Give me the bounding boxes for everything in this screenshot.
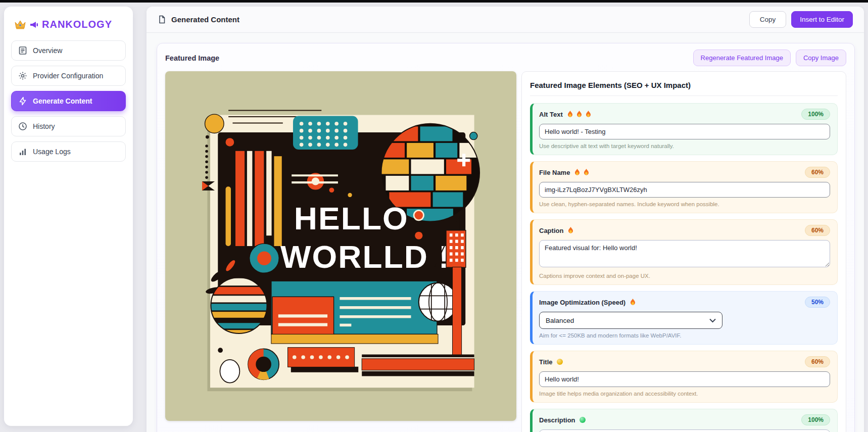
sidebar-item-overview[interactable]: Overview: [11, 40, 126, 61]
sidebar: RANKOLOGY Overview Provider Configuratio…: [4, 7, 133, 426]
flame-icon: [576, 111, 583, 118]
featured-image-body: HELLO WORLLD !: [165, 71, 846, 432]
sidebar-item-label: Generate Content: [33, 97, 92, 105]
page-title: Generated Content: [171, 15, 239, 24]
app-root: RANKOLOGY Overview Provider Configuratio…: [0, 3, 868, 432]
insert-to-editor-button[interactable]: Insert to Editor: [791, 11, 853, 28]
copy-image-button[interactable]: Copy Image: [796, 50, 846, 66]
image-optimization-label: Image Optimization (Speed): [539, 299, 625, 306]
brand-name: RANKOLOGY: [42, 19, 112, 30]
zap-icon: [18, 97, 27, 106]
sidebar-item-history[interactable]: History: [11, 116, 126, 136]
generated-featured-image: HELLO WORLLD !: [165, 71, 516, 421]
alt-text-input[interactable]: [539, 124, 830, 139]
image-optimization-selected-value: Balanced: [546, 317, 574, 324]
image-optimization-select[interactable]: Balanced: [539, 312, 722, 329]
alt-text-score-badge: 100%: [801, 109, 830, 120]
featured-image-header: Featured Image Regenerate Featured Image…: [165, 50, 846, 66]
file-name-hint: Use clean, hyphen-separated names. Inclu…: [539, 201, 830, 207]
crown-icon: [14, 20, 26, 30]
caption-score-badge: 60%: [805, 225, 830, 236]
featured-image-elements-panel: Featured Image Elements (SEO + UX Impact…: [521, 71, 846, 432]
green-ball-icon: [580, 417, 586, 423]
flame-icon: [630, 299, 636, 306]
sidebar-item-label: History: [33, 122, 55, 130]
featured-image-section: Featured Image Regenerate Featured Image…: [157, 43, 855, 432]
megaphone-icon: [30, 21, 38, 28]
description-score-badge: 100%: [801, 414, 830, 425]
main-header: Generated Content Copy Insert to Editor: [147, 7, 864, 33]
title-field-card: Title 60% Image title helps media organi…: [530, 351, 838, 403]
flame-icon: [567, 227, 574, 234]
bar-chart-icon: [18, 147, 27, 156]
abstract-artwork: HELLO WORLLD !: [165, 71, 516, 421]
file-name-score-badge: 60%: [805, 167, 830, 178]
file-name-input[interactable]: [539, 182, 830, 198]
file-icon: [158, 15, 166, 24]
caption-field-card: Caption 60% Featured visual for: Hello w…: [530, 219, 838, 285]
title-score-badge: 60%: [805, 356, 830, 367]
main-content: Generated Content Copy Insert to Editor …: [147, 7, 864, 432]
chevron-down-icon: [709, 318, 716, 323]
description-label: Description: [539, 416, 575, 424]
artwork-headline-line1: HELLO: [294, 200, 409, 236]
alt-text-label: Alt Text: [539, 111, 563, 118]
caption-textarea[interactable]: Featured visual for: Hello world!: [539, 240, 830, 267]
image-optimization-score-badge: 50%: [805, 297, 830, 308]
brand-logo: RANKOLOGY: [11, 16, 126, 40]
caption-hint: Captions improve context and on-page UX.: [539, 273, 830, 279]
panel-title: Featured Image Elements (SEO + UX Impact…: [530, 79, 838, 96]
gear-icon: [18, 71, 27, 80]
title-input[interactable]: [539, 371, 830, 387]
regenerate-featured-image-button[interactable]: Regenerate Featured Image: [693, 50, 791, 66]
title-label: Title: [539, 358, 553, 366]
image-optimization-hint: Aim for <= 250KB and modern formats like…: [539, 332, 830, 339]
image-optimization-field-card: Image Optimization (Speed) 50% Balanced …: [530, 291, 838, 345]
flame-icon: [567, 111, 573, 118]
sidebar-item-label: Overview: [33, 46, 62, 55]
document-lines-icon: [18, 46, 27, 55]
copy-button[interactable]: Copy: [749, 11, 787, 28]
file-name-label: File Name: [539, 169, 570, 176]
clock-icon: [18, 122, 27, 131]
file-name-field-card: File Name 60% Use clean, hyphen-separate…: [530, 161, 838, 213]
sidebar-item-label: Usage Logs: [33, 148, 71, 156]
featured-image-title: Featured Image: [165, 54, 219, 62]
flame-icon: [574, 169, 581, 176]
sidebar-item-label: Provider Configuration: [33, 72, 103, 80]
alt-text-field-card: Alt Text 100% Use descriptive alt text w…: [530, 103, 838, 155]
artwork-headline-line2: WORLLD !: [280, 238, 450, 275]
yellow-ball-icon: [557, 359, 563, 365]
flame-icon: [583, 169, 590, 176]
caption-label: Caption: [539, 227, 563, 234]
featured-image-actions: Regenerate Featured Image Copy Image: [693, 50, 846, 66]
header-actions: Copy Insert to Editor: [749, 11, 853, 28]
title-hint: Image title helps media organization and…: [539, 391, 830, 397]
alt-text-hint: Use descriptive alt text with target key…: [539, 143, 830, 149]
page-title-row: Generated Content: [158, 15, 239, 24]
description-field-card: Description 100% AI generated featured i…: [530, 409, 838, 432]
description-textarea[interactable]: AI generated featured image supporting: …: [539, 429, 830, 432]
sidebar-item-usage-logs[interactable]: Usage Logs: [11, 141, 126, 162]
sidebar-item-provider-configuration[interactable]: Provider Configuration: [11, 66, 126, 86]
flame-icon: [585, 111, 592, 118]
sidebar-item-generate-content[interactable]: Generate Content: [11, 91, 126, 111]
